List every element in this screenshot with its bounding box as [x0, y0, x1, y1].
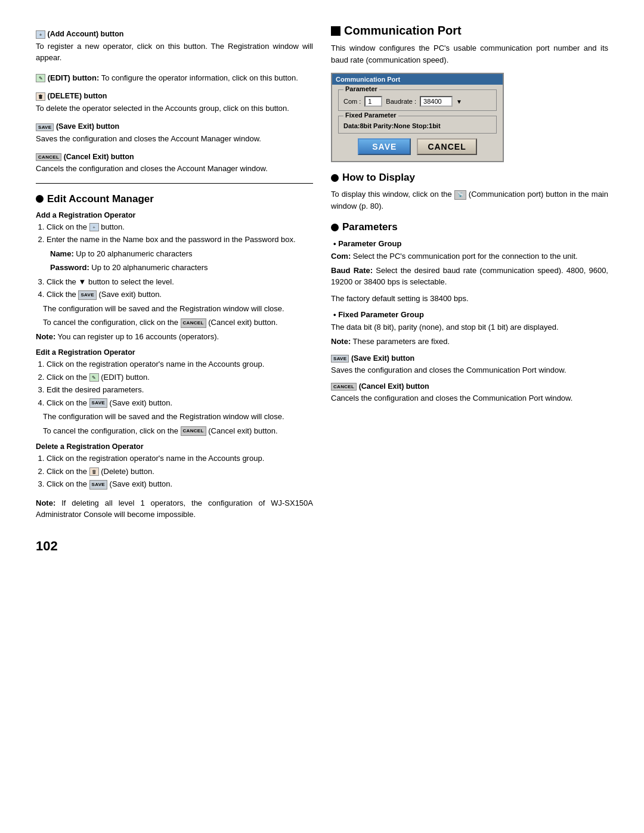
bullet-circle-icon	[36, 195, 44, 203]
edit-icon-step2: ✎	[89, 373, 99, 382]
comm-port-main-heading: Communication Port	[331, 24, 608, 38]
fixed-param-subheading: Fixed Parameter Group	[331, 310, 608, 319]
cancel-icon-inline: CANCEL	[36, 153, 61, 161]
list-item: Click on the + button.	[47, 221, 313, 233]
list-item: Click on the SAVE (Save exit) button.	[47, 397, 313, 409]
cancel-exit-text: Cancels the configuration and closes the…	[36, 163, 313, 175]
add-reg-note: Note: You can register up to 16 accounts…	[36, 331, 313, 343]
add-reg-heading: Add a Registration Operator	[36, 211, 313, 219]
bullet-circle-icon-2	[331, 174, 339, 182]
how-to-display-heading: How to Display	[331, 172, 608, 184]
delete-icon: 🗑	[36, 92, 45, 101]
cancel-exit-right-section: CANCEL (Cancel Exit) button Cancels the …	[331, 382, 608, 404]
dialog-body: Parameter Com : 1 Baudrate : 38400 ▼ Fix…	[332, 85, 503, 161]
save-icon-edit-step4: SAVE	[89, 398, 107, 408]
baud-label: Baudrate :	[386, 98, 416, 105]
save-exit-right-text: Saves the configuration and closes the C…	[331, 364, 608, 376]
list-item: Click the ▼ button to select the level.	[47, 276, 313, 288]
save-exit-text: Saves the configuration and closes the A…	[36, 133, 313, 145]
edit-reg-steps-list: Click on the registration operator's nam…	[47, 358, 313, 408]
comm-port-intro: This window configures the PC's usable c…	[331, 42, 608, 66]
list-item: Click on the ✎ (EDIT) button.	[47, 371, 313, 383]
com-desc: Com: Select the PC's communication port …	[331, 250, 608, 262]
bottom-note: Note: If deleting all level 1 operators,…	[36, 497, 313, 521]
add-reg-steps-list: Click on the + button. Enter the name in…	[47, 221, 313, 246]
password-label-text: Password: Up to 20 alphanumeric characte…	[50, 262, 313, 274]
dialog-cancel-button[interactable]: CANCEL	[417, 138, 476, 155]
delete-reg-steps-list: Click on the registration operator's nam…	[47, 453, 313, 490]
add-account-text: To register a new operator, click on thi…	[36, 41, 313, 64]
list-item: Click on the 🗑 (Delete) button.	[47, 466, 313, 478]
bullet-circle-icon-3	[331, 224, 339, 231]
list-item: Click the SAVE (Save exit) button.	[47, 289, 313, 301]
save-icon-inline: SAVE	[36, 123, 54, 131]
add-icon-step1: +	[89, 223, 99, 231]
cancel-icon-right: CANCEL	[331, 383, 357, 391]
dropdown-arrow: ▼	[456, 98, 462, 105]
save-icon-step4: SAVE	[78, 290, 96, 300]
left-column: + (Add Account) button To register a new…	[36, 24, 313, 554]
separator	[36, 183, 313, 184]
save-exit-right-heading: SAVE (Save Exit) button	[331, 354, 608, 363]
cancel-exit-right-heading: CANCEL (Cancel Exit) button	[331, 382, 608, 391]
add-reg-config: The configuration will be saved and the …	[36, 303, 313, 315]
cancel-exit-section: CANCEL (Cancel Exit) button Cancels the …	[36, 153, 313, 175]
fixed-param-desc: The data bit (8 bit), parity (none), and…	[331, 321, 608, 333]
add-account-label: (Add Account) button	[47, 30, 123, 38]
add-reg-cancel: To cancel the configuration, click on th…	[36, 317, 313, 329]
fixed-group-label: Fixed Parameter	[343, 112, 398, 119]
add-icon: +	[36, 30, 45, 39]
how-to-display-text: To display this window, click on the 📡 (…	[331, 188, 608, 212]
cancel-icon-step: CANCEL	[181, 318, 206, 328]
cancel-icon-edit: CANCEL	[181, 426, 206, 436]
save-exit-heading: SAVE (Save Exit) button	[36, 122, 313, 131]
edit-button-section: ✎ (EDIT) button: To configure the operat…	[36, 72, 313, 84]
edit-account-manager-heading: Edit Account Manager	[36, 193, 313, 205]
save-icon-delete-step3: SAVE	[89, 480, 107, 490]
right-column: Communication Port This window configure…	[331, 24, 608, 554]
save-icon-right: SAVE	[331, 355, 349, 363]
page-number: 102	[36, 538, 58, 553]
delete-icon-step2: 🗑	[89, 467, 99, 476]
fixed-param-text: Data:8bit Parity:None Stop:1bit	[343, 120, 491, 129]
parameter-group-subheading: Parameter Group	[331, 239, 608, 248]
dialog-fixed-group: Fixed Parameter Data:8bit Parity:None St…	[338, 116, 497, 134]
black-square-icon	[331, 26, 340, 36]
fixed-param-note: Note: These parameters are fixed.	[331, 336, 608, 348]
dialog-save-button[interactable]: SAVE	[358, 138, 411, 155]
list-item: Click on the registration operator's nam…	[47, 453, 313, 465]
name-info: Name: Up to 20 alphanumeric characters P…	[36, 248, 313, 274]
cancel-exit-heading: CANCEL (Cancel Exit) button	[36, 153, 313, 161]
add-account-heading: + (Add Account) button	[36, 30, 313, 39]
cancel-exit-right-text: Cancels the configuration and closes the…	[331, 392, 608, 404]
dialog-parameter-group: Parameter Com : 1 Baudrate : 38400 ▼	[338, 89, 497, 111]
list-item: Click on the SAVE (Save exit) button.	[47, 478, 313, 490]
parameter-group-label: Parameter	[343, 85, 379, 92]
add-registration-section: Add a Registration Operator Click on the…	[36, 211, 313, 343]
add-reg-steps-cont: Click the ▼ button to select the level. …	[47, 276, 313, 301]
delete-reg-heading: Delete a Registration Operator	[36, 442, 313, 451]
edit-registration-section: Edit a Registration Operator Click on th…	[36, 348, 313, 436]
name-label-text: Name: Up to 20 alphanumeric characters	[50, 248, 313, 260]
comm-port-icon: 📡	[454, 190, 466, 200]
list-item: Enter the name in the Name box and the p…	[47, 234, 313, 246]
delete-button-section: 🗑 (DELETE) button To delete the operator…	[36, 92, 313, 114]
list-item: Edit the desired parameters.	[47, 384, 313, 396]
save-exit-section: SAVE (Save Exit) button Saves the config…	[36, 122, 313, 144]
com-select[interactable]: 1	[364, 96, 382, 107]
dialog-parameter-row: Com : 1 Baudrate : 38400 ▼	[343, 94, 491, 107]
delete-text: To delete the operator selected in the A…	[36, 103, 313, 114]
com-label: Com :	[343, 98, 361, 105]
baud-select[interactable]: 38400	[420, 96, 453, 107]
edit-button-text: ✎ (EDIT) button: To configure the operat…	[36, 72, 313, 84]
edit-reg-heading: Edit a Registration Operator	[36, 348, 313, 357]
save-exit-right-section: SAVE (Save Exit) button Saves the config…	[331, 354, 608, 376]
baud-desc: Baud Rate: Select the desired baud rate …	[331, 265, 608, 288]
delete-heading: 🗑 (DELETE) button	[36, 92, 313, 101]
delete-registration-section: Delete a Registration Operator Click on …	[36, 442, 313, 490]
list-item: Click on the registration operator's nam…	[47, 358, 313, 370]
comm-port-dialog: Communication Port Parameter Com : 1 Bau…	[331, 73, 504, 162]
add-account-section: + (Add Account) button To register a new…	[36, 30, 313, 64]
dialog-buttons: SAVE CANCEL	[338, 138, 497, 155]
edit-icon: ✎	[36, 74, 45, 82]
